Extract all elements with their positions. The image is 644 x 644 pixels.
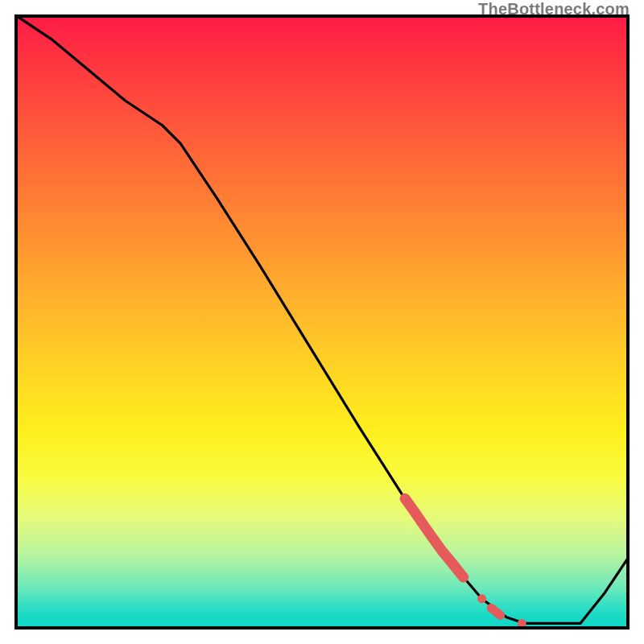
plot-gradient-background	[14, 14, 630, 630]
watermark-text: TheBottleneck.com	[478, 0, 630, 19]
chart-container: TheBottleneck.com	[0, 0, 644, 644]
